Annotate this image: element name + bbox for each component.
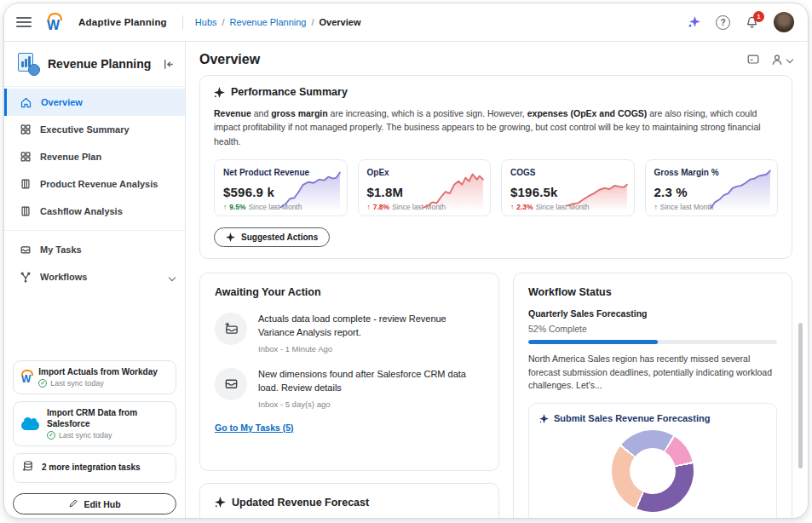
workday-icon: W — [21, 370, 31, 384]
suggested-actions-button[interactable]: Suggested Actions — [214, 227, 330, 247]
sidebar-item-label: My Tasks — [40, 244, 82, 255]
sheet-icon — [20, 178, 32, 190]
workflow-status-card: Workflow Status Quarterly Sales Forecast… — [513, 273, 792, 519]
user-avatar[interactable] — [774, 12, 794, 32]
task-text: Actuals data load complete - review Reve… — [258, 313, 484, 340]
workday-logo[interactable]: W — [47, 13, 60, 32]
go-to-my-tasks-link[interactable]: Go to My Tasks (5) — [215, 422, 294, 433]
kpi-delta: 2.3% — [516, 203, 533, 211]
scrollbar-thumb[interactable] — [798, 323, 803, 468]
kpi-delta: 9.5% — [229, 203, 245, 211]
integration-workday[interactable]: W Import Actuals from Workday ✓Last sync… — [13, 360, 176, 395]
sparkline-red — [422, 169, 485, 211]
kpi-delta: 7.8% — [373, 203, 389, 211]
task-text: New dimensions found after Salesforce CR… — [258, 368, 484, 395]
workflow-status-heading: Workflow Status — [528, 286, 612, 298]
task-meta: Inbox - 5 day(s) ago — [258, 399, 484, 409]
list-item[interactable]: Actuals data load complete - review Reve… — [215, 313, 484, 353]
page-title: Overview — [199, 52, 260, 67]
sidebar-item-product-revenue-analysis[interactable]: Product Revenue Analysis — [4, 170, 185, 198]
breadcrumb-separator: / — [311, 17, 314, 27]
breadcrumb-separator: / — [222, 17, 225, 27]
breadcrumb: Hubs / Revenue Planning / Overview — [195, 17, 361, 27]
sparkle-icon — [539, 414, 549, 423]
integration-more-tasks[interactable]: 2 more integration tasks — [13, 453, 176, 483]
sidebar-item-cashflow-analysis[interactable]: Cashflow Analysis — [4, 198, 185, 225]
collapse-sidebar-icon[interactable] — [162, 58, 175, 71]
sparkle-icon — [214, 87, 225, 98]
inbox-icon — [215, 368, 247, 400]
delta-up-icon: ↑ — [654, 203, 658, 211]
delta-up-icon: ↑ — [223, 203, 227, 211]
workflow-progress-bar — [528, 340, 777, 344]
breadcrumb-hubs[interactable]: Hubs — [195, 17, 217, 27]
edit-hub-label: Edit Hub — [84, 499, 120, 509]
sidebar-item-workflows[interactable]: Workflows — [4, 263, 185, 290]
kpi-gross-margin[interactable]: Gross Margin % 2.3 % ↑Since last Month — [645, 159, 779, 216]
sidebar-item-label: Revenue Plan — [40, 152, 101, 162]
workflow-name: Quarterly Sales Forecasting — [528, 308, 777, 319]
task-meta: Inbox - 1 Minute Ago — [258, 344, 484, 353]
submit-forecast-card[interactable]: Submit Sales Revenue Forecasting In Prog… — [528, 403, 777, 519]
sidebar-item-label: Workflows — [40, 272, 87, 282]
help-icon[interactable]: ? — [716, 15, 730, 30]
divider — [4, 230, 185, 231]
list-item[interactable]: New dimensions found after Salesforce CR… — [215, 368, 484, 409]
ai-assistant-icon[interactable] — [688, 15, 701, 29]
sidebar-item-label: Executive Summary — [40, 124, 130, 135]
sidebar-nav: Overview Executive Summary Revenue Plan … — [4, 87, 185, 290]
hamburger-menu-icon[interactable] — [16, 17, 32, 27]
integration-status: Last sync today — [59, 431, 112, 440]
chevron-down-icon — [170, 272, 175, 282]
breadcrumb-revenue-planning[interactable]: Revenue Planning — [230, 17, 307, 27]
notification-count-badge: 1 — [753, 11, 764, 22]
sidebar-title: Revenue Planning — [48, 57, 154, 71]
sidebar-item-executive-summary[interactable]: Executive Summary — [4, 116, 185, 143]
workflow-progress-fill — [528, 340, 658, 344]
inbox-add-icon — [215, 313, 247, 345]
workflow-description: North America Sales region has recently … — [528, 353, 777, 393]
kpi-net-product-revenue[interactable]: Net Product Revenue $596.9 k ↑9.5%Since … — [214, 159, 348, 216]
status-donut — [612, 430, 694, 512]
performance-summary-card: Performance Summary Revenue and gross ma… — [199, 75, 792, 259]
kpi-cogs[interactable]: COGS $196.5k ↑2.3%Since last Month — [501, 159, 635, 216]
kpi-opex[interactable]: OpEx $1.8M ↑7.8%Since last Month — [358, 159, 492, 216]
sidebar-item-overview[interactable]: Overview — [4, 89, 185, 116]
updated-forecast-heading: Updated Revenue Forecast — [232, 497, 369, 509]
sidebar-item-revenue-plan[interactable]: Revenue Plan — [4, 143, 185, 170]
sync-check-icon: ✓ — [47, 431, 55, 440]
share-permissions-icon[interactable] — [770, 53, 792, 66]
sync-check-icon: ✓ — [38, 379, 47, 388]
integration-salesforce[interactable]: Import CRM Data from Salesforce ✓Last sy… — [13, 401, 176, 446]
workflow-branch-icon — [20, 271, 32, 283]
sparkline-red — [566, 169, 629, 211]
awaiting-action-heading: Awaiting Your Action — [215, 286, 321, 298]
edit-hub-button[interactable]: Edit Hub — [13, 493, 176, 514]
sheet-icon — [20, 205, 32, 217]
integration-title: 2 more integration tasks — [42, 463, 141, 474]
revenue-planning-hub-icon — [16, 52, 40, 76]
top-bar: W Adaptive Planning Hubs / Revenue Plann… — [4, 3, 808, 42]
divider — [182, 15, 183, 29]
integrations-section: W Import Actuals from Workday ✓Last sync… — [4, 352, 185, 520]
sparkline-purple — [709, 169, 772, 211]
sidebar-item-my-tasks[interactable]: My Tasks — [4, 236, 185, 263]
chevron-down-icon — [786, 56, 793, 63]
kpi-since: Since last Month — [660, 203, 714, 211]
app-window: W Adaptive Planning Hubs / Revenue Plann… — [3, 3, 809, 519]
performance-summary-heading: Performance Summary — [231, 86, 348, 98]
integration-title: Import Actuals from Workday — [38, 367, 157, 378]
kpi-row: Net Product Revenue $596.9 k ↑9.5%Since … — [214, 159, 778, 216]
awaiting-action-card: Awaiting Your Action Actuals data load c… — [199, 273, 499, 471]
salesforce-icon — [21, 421, 39, 430]
sidebar-item-label: Overview — [41, 97, 83, 107]
notifications-bell-icon[interactable]: 1 — [745, 15, 759, 30]
dashboard-grid-icon — [20, 151, 32, 163]
integration-title: Import CRM Data from Salesforce — [47, 408, 168, 429]
integration-status: Last sync today — [50, 379, 104, 388]
suggested-actions-label: Suggested Actions — [241, 233, 318, 242]
sparkline-purple — [279, 169, 342, 211]
comment-icon[interactable] — [746, 53, 760, 66]
breadcrumb-current: Overview — [320, 17, 361, 27]
sidebar-item-label: Cashflow Analysis — [40, 206, 123, 216]
